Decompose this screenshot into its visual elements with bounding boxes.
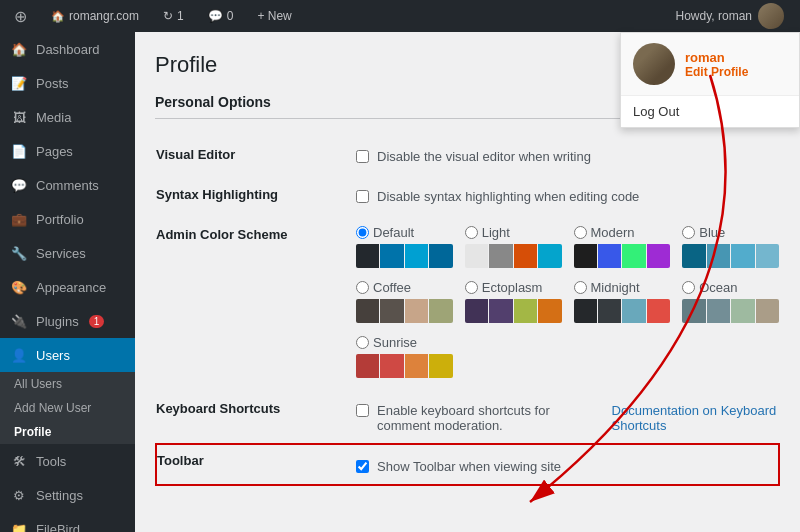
scheme-light-label: Light <box>482 225 510 240</box>
scheme-ectoplasm[interactable]: Ectoplasm <box>465 280 562 323</box>
sidebar-item-portfolio[interactable]: 💼 Portfolio <box>0 202 135 236</box>
site-name-item[interactable]: 🏠 romangr.com <box>45 0 145 32</box>
keyboard-shortcuts-link[interactable]: Documentation on Keyboard Shortcuts <box>612 403 779 433</box>
wp-logo-icon: ⊕ <box>14 7 27 26</box>
scheme-sunrise[interactable]: Sunrise <box>356 335 453 378</box>
scheme-midnight-swatches <box>574 299 671 323</box>
profile-label: Profile <box>14 425 51 439</box>
toolbar-checkbox-row: Show Toolbar when viewing site <box>356 455 778 474</box>
media-icon: 🖼 <box>10 108 28 126</box>
scheme-blue[interactable]: Blue <box>682 225 779 268</box>
syntax-highlighting-checkbox-label: Disable syntax highlighting when editing… <box>377 189 639 204</box>
new-item[interactable]: + New <box>251 0 297 32</box>
scheme-modern-swatches <box>574 244 671 268</box>
sidebar-item-services[interactable]: 🔧 Services <box>0 236 135 270</box>
toolbar-checkbox[interactable] <box>356 460 369 473</box>
filebird-icon: 📁 <box>10 520 28 532</box>
scheme-midnight-radio[interactable] <box>574 281 587 294</box>
comments-icon: 💬 <box>208 9 223 23</box>
scheme-default-label: Default <box>373 225 414 240</box>
scheme-coffee[interactable]: Coffee <box>356 280 453 323</box>
sidebar-item-pages[interactable]: 📄 Pages <box>0 134 135 168</box>
plugins-icon: 🔌 <box>10 312 28 330</box>
scheme-ocean-label: Ocean <box>699 280 737 295</box>
sidebar-item-profile[interactable]: Profile <box>0 420 135 444</box>
howdy-menu[interactable]: Howdy, roman <box>668 3 792 29</box>
visual-editor-checkbox[interactable] <box>356 150 369 163</box>
settings-icon: ⚙ <box>10 486 28 504</box>
sidebar-item-plugins[interactable]: 🔌 Plugins 1 <box>0 304 135 338</box>
sidebar-label-plugins: Plugins <box>36 314 79 329</box>
sidebar-item-media[interactable]: 🖼 Media <box>0 100 135 134</box>
sidebar-item-filebird[interactable]: 📁 FileBird <box>0 512 135 532</box>
sidebar-item-dashboard[interactable]: 🏠 Dashboard <box>0 32 135 66</box>
scheme-blue-swatches <box>682 244 779 268</box>
edit-profile-link[interactable]: Edit Profile <box>685 65 748 79</box>
customize-item[interactable]: ↻ 1 <box>157 0 190 32</box>
scheme-default-radio[interactable] <box>356 226 369 239</box>
sidebar-item-tools[interactable]: 🛠 Tools <box>0 444 135 478</box>
avatar <box>633 43 675 85</box>
sidebar-item-add-new-user[interactable]: Add New User <box>0 396 135 420</box>
user-dropdown: roman Edit Profile Log Out <box>620 32 800 128</box>
posts-icon: 📝 <box>10 74 28 92</box>
sidebar-label-posts: Posts <box>36 76 69 91</box>
scheme-sunrise-radio[interactable] <box>356 336 369 349</box>
scheme-default[interactable]: Default <box>356 225 453 268</box>
appearance-icon: 🎨 <box>10 278 28 296</box>
sidebar-item-posts[interactable]: 📝 Posts <box>0 66 135 100</box>
visual-editor-checkbox-label: Disable the visual editor when writing <box>377 149 591 164</box>
plugins-badge: 1 <box>89 315 105 328</box>
scheme-modern-radio[interactable] <box>574 226 587 239</box>
keyboard-shortcuts-checkbox[interactable] <box>356 404 369 417</box>
color-scheme-label: Admin Color Scheme <box>156 215 356 389</box>
scheme-ocean-radio[interactable] <box>682 281 695 294</box>
color-schemes-grid: Default <box>356 225 779 378</box>
color-scheme-row: Admin Color Scheme Default <box>156 215 779 389</box>
sidebar-label-pages: Pages <box>36 144 73 159</box>
visual-editor-label: Visual Editor <box>156 135 356 175</box>
dropdown-header: roman Edit Profile <box>621 33 799 96</box>
keyboard-shortcuts-row: Keyboard Shortcuts Enable keyboard short… <box>156 389 779 445</box>
sidebar-label-tools: Tools <box>36 454 66 469</box>
scheme-modern-label: Modern <box>591 225 635 240</box>
scheme-light[interactable]: Light <box>465 225 562 268</box>
wp-logo-item[interactable]: ⊕ <box>8 0 33 32</box>
visual-editor-checkbox-row: Disable the visual editor when writing <box>356 145 779 164</box>
sidebar-label-appearance: Appearance <box>36 280 106 295</box>
sidebar-label-services: Services <box>36 246 86 261</box>
keyboard-shortcuts-checkbox-row: Enable keyboard shortcuts for comment mo… <box>356 399 779 433</box>
syntax-highlighting-checkbox[interactable] <box>356 190 369 203</box>
scheme-blue-radio[interactable] <box>682 226 695 239</box>
keyboard-shortcuts-text: Enable keyboard shortcuts for comment mo… <box>377 403 604 433</box>
sidebar-label-dashboard: Dashboard <box>36 42 100 57</box>
pages-icon: 📄 <box>10 142 28 160</box>
scheme-sunrise-swatches <box>356 354 453 378</box>
sidebar-item-comments[interactable]: 💬 Comments <box>0 168 135 202</box>
toolbar-checkbox-label: Show Toolbar when viewing site <box>377 459 561 474</box>
comments-nav-icon: 💬 <box>10 176 28 194</box>
scheme-midnight[interactable]: Midnight <box>574 280 671 323</box>
site-name: romangr.com <box>69 9 139 23</box>
scheme-ocean[interactable]: Ocean <box>682 280 779 323</box>
profile-form-table: Visual Editor Disable the visual editor … <box>155 135 780 486</box>
sidebar: 🏠 Dashboard 📝 Posts 🖼 Media 📄 Pages 💬 Co… <box>0 32 135 532</box>
comments-item[interactable]: 💬 0 <box>202 0 240 32</box>
toolbar-row: Toolbar Show Toolbar when viewing site <box>156 444 779 485</box>
scheme-modern[interactable]: Modern <box>574 225 671 268</box>
scheme-blue-label: Blue <box>699 225 725 240</box>
logout-item[interactable]: Log Out <box>621 96 799 127</box>
scheme-ectoplasm-radio[interactable] <box>465 281 478 294</box>
scheme-ectoplasm-label: Ectoplasm <box>482 280 543 295</box>
new-label: + New <box>257 9 291 23</box>
sidebar-item-users[interactable]: 👤 Users <box>0 338 135 372</box>
sidebar-item-appearance[interactable]: 🎨 Appearance <box>0 270 135 304</box>
sidebar-item-all-users[interactable]: All Users <box>0 372 135 396</box>
comment-count: 1 <box>177 9 184 23</box>
sidebar-label-portfolio: Portfolio <box>36 212 84 227</box>
scheme-coffee-radio[interactable] <box>356 281 369 294</box>
syntax-highlighting-row: Syntax Highlighting Disable syntax highl… <box>156 175 779 215</box>
scheme-light-radio[interactable] <box>465 226 478 239</box>
scheme-default-swatches <box>356 244 453 268</box>
sidebar-item-settings[interactable]: ⚙ Settings <box>0 478 135 512</box>
